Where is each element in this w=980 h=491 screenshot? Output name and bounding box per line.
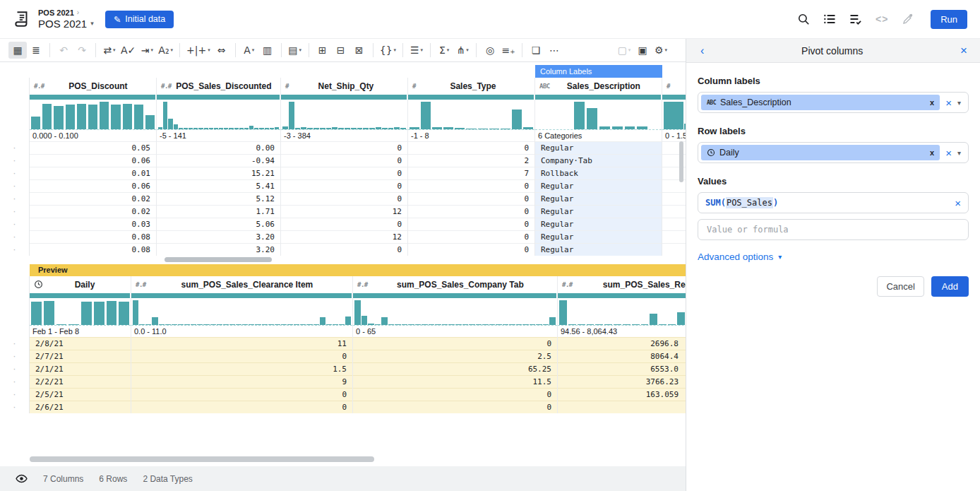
column-histogram[interactable] — [662, 100, 686, 130]
column-histogram[interactable] — [408, 100, 534, 130]
breadcrumb-item[interactable]: POS 2021 — [38, 8, 74, 17]
histogram-bar[interactable] — [375, 324, 381, 325]
histogram-bar[interactable] — [668, 324, 676, 325]
data-quality-bar[interactable] — [662, 95, 686, 100]
row-marker[interactable]: · — [0, 167, 29, 179]
histogram-bar[interactable] — [214, 128, 218, 129]
cell[interactable]: 3.20 — [157, 230, 280, 243]
histogram-bar[interactable] — [203, 324, 209, 325]
transpose-icon[interactable]: ⊠ — [350, 42, 369, 59]
histogram-bar[interactable] — [163, 102, 167, 129]
column-histogram[interactable] — [281, 100, 407, 130]
row-marker[interactable]: · — [0, 243, 29, 256]
row-marker[interactable]: · — [0, 350, 29, 362]
histogram-bar[interactable] — [145, 324, 151, 325]
column-header[interactable]: #.#POS_Sales_Discounted — [157, 78, 280, 95]
histogram-bar[interactable] — [300, 324, 306, 325]
histogram-bar[interactable] — [139, 324, 145, 325]
histogram-bar[interactable] — [435, 324, 441, 325]
histogram-bar[interactable] — [100, 102, 109, 129]
histogram-bar[interactable] — [432, 127, 442, 129]
histogram-bar[interactable] — [275, 127, 279, 129]
histogram-bar[interactable] — [165, 324, 171, 325]
data-quality-bar[interactable] — [408, 95, 534, 100]
histogram-bar[interactable] — [326, 128, 332, 129]
histogram-bar[interactable] — [244, 128, 249, 129]
histogram-bar[interactable] — [68, 324, 79, 325]
histogram-bar[interactable] — [88, 105, 97, 129]
cell[interactable]: Regular — [535, 230, 662, 243]
clear-field-icon[interactable]: × — [945, 97, 952, 108]
histogram-bar[interactable] — [595, 324, 603, 325]
histogram-bar[interactable] — [394, 127, 400, 129]
row-labels-chip[interactable]: Daily x — [701, 145, 940, 160]
histogram-bar[interactable] — [482, 324, 489, 325]
histogram-bar[interactable] — [159, 324, 165, 325]
row-labels-field[interactable]: Daily x × ▾ — [698, 142, 969, 163]
histogram-bar[interactable] — [123, 104, 132, 129]
histogram-bar[interactable] — [259, 128, 263, 129]
cell[interactable]: 0 — [408, 230, 534, 243]
data-quality-bar[interactable] — [535, 95, 661, 100]
row-marker[interactable]: · — [0, 230, 29, 243]
histogram-bar[interactable] — [361, 316, 368, 325]
histogram-bar[interactable] — [496, 324, 502, 325]
histogram-bar[interactable] — [178, 324, 184, 325]
cancel-button[interactable]: Cancel — [877, 276, 924, 297]
cell[interactable]: 0 — [281, 243, 407, 256]
initial-data-button[interactable]: ✎ Initial data — [105, 11, 174, 28]
histogram-bar[interactable] — [172, 324, 177, 325]
histogram-bar[interactable] — [509, 324, 515, 325]
export-column-icon[interactable]: ⇥▾ — [138, 42, 156, 59]
histogram-bar[interactable] — [134, 105, 143, 129]
histogram-bar[interactable] — [623, 324, 631, 325]
cell[interactable]: Regular — [535, 179, 662, 192]
row-marker[interactable]: · — [0, 388, 29, 401]
histogram-bar[interactable] — [536, 324, 542, 325]
histogram-bar[interactable] — [415, 324, 422, 325]
histogram-bar[interactable] — [677, 312, 685, 325]
cell[interactable] — [662, 218, 686, 230]
cell[interactable]: 0 — [281, 167, 407, 179]
histogram-bar[interactable] — [184, 324, 190, 325]
cell[interactable]: 0 — [408, 205, 534, 218]
histogram-bar[interactable] — [262, 324, 268, 325]
create-column-icon[interactable]: ▥ — [258, 42, 277, 59]
column-header[interactable]: #.#sum_POS_Sales_Regular — [558, 276, 686, 293]
cell[interactable]: 12 — [281, 205, 407, 218]
column-header[interactable]: #.#sum_POS_Sales_Clearance Item — [131, 276, 352, 293]
histogram-bar[interactable] — [587, 324, 594, 325]
title-dropdown-icon[interactable]: ▾ — [90, 20, 94, 28]
row-marker[interactable]: · — [0, 362, 29, 375]
cell[interactable]: 0 — [408, 179, 534, 192]
histogram-bar[interactable] — [249, 324, 254, 325]
sort-rows-icon[interactable]: ☰▾ — [407, 42, 426, 59]
histogram-bar[interactable] — [650, 314, 657, 325]
histogram-bar[interactable] — [242, 324, 248, 325]
close-icon[interactable]: × — [960, 45, 967, 57]
histogram-bar[interactable] — [664, 102, 683, 129]
histogram-bar[interactable] — [66, 105, 75, 129]
histogram-bar[interactable] — [587, 108, 597, 129]
data-quality-bar[interactable] — [353, 293, 556, 298]
histogram-bar[interactable] — [77, 104, 86, 129]
histogram-bar[interactable] — [501, 129, 510, 129]
value-formula-input[interactable] — [705, 224, 961, 235]
column-header[interactable]: #Net_Ship_Qty — [281, 78, 407, 95]
histogram-bar[interactable] — [168, 119, 172, 129]
column-header[interactable]: #.#sum_POS_Sales_Company Tab — [353, 276, 557, 293]
cell[interactable]: 0 — [281, 192, 407, 205]
cell[interactable] — [662, 243, 686, 256]
data-quality-bar[interactable] — [157, 95, 280, 100]
cell[interactable]: Regular — [535, 218, 662, 230]
cell[interactable]: 0.01 — [30, 167, 156, 179]
cell[interactable]: 12 — [281, 230, 407, 243]
page-title[interactable]: POS 2021 — [38, 18, 87, 30]
histogram-bar[interactable] — [281, 324, 287, 325]
histogram-bar[interactable] — [543, 324, 549, 325]
histogram-bar[interactable] — [333, 324, 338, 325]
data-quality-bar[interactable] — [30, 95, 155, 100]
histogram-bar[interactable] — [462, 324, 469, 325]
histogram-bar[interactable] — [44, 301, 54, 325]
histogram-bar[interactable] — [294, 324, 299, 325]
